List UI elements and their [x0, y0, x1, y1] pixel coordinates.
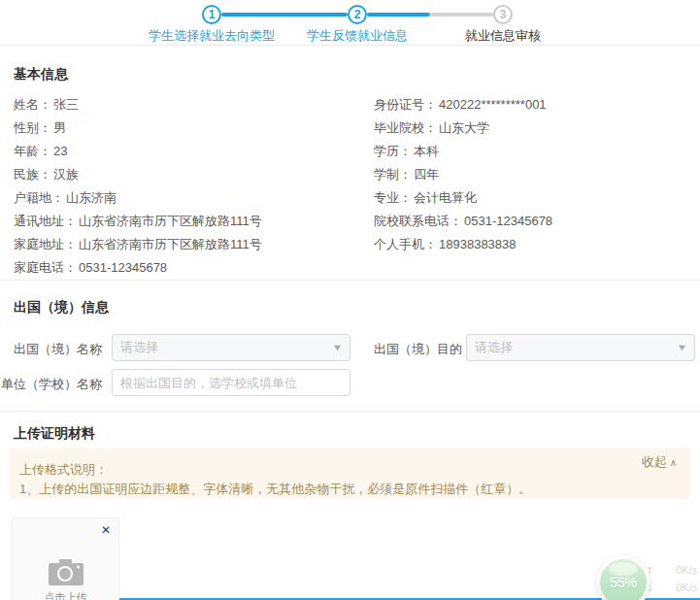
upload-arrow-icon: ↑	[647, 563, 652, 577]
step-connector-2-3-pending	[430, 13, 493, 17]
field-gender: 性别：男	[14, 119, 66, 137]
chevron-up-icon: ∧	[670, 457, 677, 468]
notice-title: 上传格式说明：	[19, 461, 108, 479]
section-divider-2	[0, 411, 700, 412]
step-2-label: 学生反馈就业信息	[304, 27, 411, 45]
upload-speed-value: 0K/s	[664, 564, 697, 576]
collapse-notice-link[interactable]: 收起∧	[642, 453, 677, 471]
field-personal-mobile: 个人手机：18938383838	[374, 236, 517, 253]
field-schooling-length: 学制：四年	[374, 166, 439, 183]
field-registered-residence: 户籍地：山东济南	[14, 189, 117, 207]
step-2-circle: 2	[348, 5, 367, 24]
upload-button-label: 点击上传	[13, 590, 118, 600]
field-graduation-school: 毕业院校：山东大学	[374, 119, 489, 137]
upload-dropzone[interactable]: ✕ 点击上传	[12, 517, 119, 600]
download-speed-value: 0K/s	[664, 582, 697, 593]
field-home-phone: 家庭电话：0531-12345678	[14, 259, 167, 277]
chevron-down-icon: ▼	[332, 343, 344, 352]
step-connector-1-2	[221, 13, 348, 17]
chevron-down-icon: ▼	[677, 343, 688, 352]
step-connector-2-3-done	[367, 13, 430, 17]
field-school-phone: 院校联系电话：0531-12345678	[374, 213, 552, 230]
abroad-info-title: 出国（境）信息	[14, 299, 109, 317]
camera-icon	[48, 557, 84, 590]
abroad-name-select[interactable]: 请选择 ▼	[112, 334, 350, 361]
abroad-purpose-select-placeholder: 请选择	[475, 339, 678, 356]
student-employment-form-page: 1 2 3 学生选择就业去向类型 学生反馈就业信息 就业信息审核 基本信息 姓名…	[0, 0, 700, 600]
upload-section-title: 上传证明材料	[14, 425, 95, 443]
field-education-level: 学历：本科	[374, 143, 439, 160]
section-divider-1	[0, 280, 700, 281]
step-3-label: 就业信息审核	[463, 27, 543, 45]
field-major: 专业：会计电算化	[374, 189, 477, 207]
abroad-purpose-label: 出国（境）目的	[374, 341, 462, 358]
speed-monitor-widget[interactable]: 55%	[596, 555, 650, 600]
field-name: 姓名：张三	[14, 96, 79, 114]
step-3-circle: 3	[493, 5, 513, 24]
abroad-org-label: 单位（学校）名称	[0, 376, 102, 393]
basic-info-title: 基本信息	[14, 66, 68, 83]
field-age: 年龄：23	[14, 143, 67, 160]
download-arrow-icon: ↓	[647, 581, 652, 594]
memory-percent-badge: 55%	[600, 559, 647, 600]
abroad-org-input[interactable]	[112, 369, 350, 396]
upload-format-notice: 上传格式说明： 1、上传的出国证明应边距规整、字体清晰，无其他杂物干扰，必须是原…	[10, 448, 690, 499]
field-ethnicity: 民族：汉族	[14, 166, 79, 183]
abroad-purpose-select[interactable]: 请选择 ▼	[466, 334, 695, 361]
abroad-name-select-placeholder: 请选择	[120, 339, 333, 356]
close-icon[interactable]: ✕	[101, 524, 111, 536]
field-mailing-address: 通讯地址：山东省济南市历下区解放路111号	[14, 213, 262, 230]
header-divider	[0, 45, 700, 46]
step-1-circle: 1	[202, 5, 221, 24]
field-home-address: 家庭地址：山东省济南市历下区解放路111号	[14, 236, 262, 253]
notice-rule-1: 1、上传的出国证明应边距规整、字体清晰，无其他杂物干扰，必须是原件扫描件（红章）…	[19, 481, 531, 498]
step-1-label: 学生选择就业去向类型	[144, 27, 280, 45]
abroad-name-label: 出国（境）名称	[0, 341, 102, 358]
field-id-number: 身份证号：420222*********001	[374, 96, 547, 114]
